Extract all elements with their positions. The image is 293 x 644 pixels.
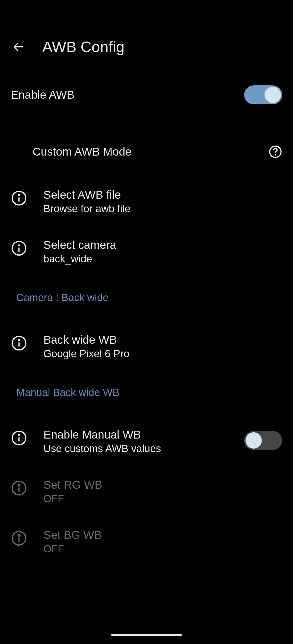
navigation-bar-handle[interactable] [111, 634, 182, 636]
set-rg-wb-title: Set RG WB [43, 478, 282, 491]
set-bg-wb-title: Set BG WB [43, 529, 282, 542]
svg-point-11 [18, 339, 20, 341]
page-title: AWB Config [42, 38, 125, 56]
select-awb-file-title: Select AWB file [43, 188, 282, 201]
enable-awb-row[interactable]: Enable AWB [0, 85, 293, 104]
enable-awb-switch[interactable] [244, 85, 282, 104]
enable-awb-label: Enable AWB [11, 88, 74, 101]
svg-point-14 [18, 434, 20, 436]
info-icon [11, 430, 27, 446]
svg-point-8 [18, 244, 20, 246]
set-bg-wb-sub: OFF [43, 543, 282, 555]
back-wide-wb-item[interactable]: Back wide WB Google Pixel 6 Pro [0, 333, 293, 360]
svg-point-17 [18, 484, 20, 486]
help-icon[interactable] [269, 145, 282, 159]
info-icon [11, 530, 27, 546]
select-awb-file-sub: Browse for awb file [43, 203, 282, 215]
camera-section-heading: Camera : Back wide [0, 292, 293, 304]
svg-point-20 [18, 534, 20, 536]
enable-manual-wb-title: Enable Manual WB [43, 428, 228, 441]
svg-point-2 [275, 154, 276, 156]
manual-section-heading: Manual Back wide WB [0, 387, 293, 398]
info-icon [11, 335, 27, 351]
set-rg-wb-item: Set RG WB OFF [0, 478, 293, 505]
select-camera-item[interactable]: Select camera back_wide [0, 239, 293, 265]
enable-manual-wb-switch[interactable] [244, 431, 282, 450]
back-arrow-icon[interactable] [11, 39, 26, 54]
enable-manual-wb-sub: Use customs AWB values [43, 443, 228, 455]
svg-point-5 [18, 194, 20, 196]
custom-awb-mode-heading: Custom AWB Mode [33, 145, 132, 158]
select-awb-file-item[interactable]: Select AWB file Browse for awb file [0, 188, 293, 215]
select-camera-title: Select camera [43, 239, 282, 252]
back-wide-wb-title: Back wide WB [43, 333, 282, 346]
back-wide-wb-sub: Google Pixel 6 Pro [43, 348, 282, 360]
select-camera-sub: back_wide [43, 253, 282, 265]
custom-awb-mode-heading-row: Custom AWB Mode [0, 145, 293, 159]
app-bar: AWB Config [0, 0, 293, 56]
info-icon [11, 480, 27, 496]
info-icon [11, 240, 27, 256]
set-bg-wb-item: Set BG WB OFF [0, 529, 293, 555]
info-icon [11, 190, 27, 206]
set-rg-wb-sub: OFF [43, 493, 282, 505]
enable-manual-wb-item[interactable]: Enable Manual WB Use customs AWB values [0, 428, 293, 455]
